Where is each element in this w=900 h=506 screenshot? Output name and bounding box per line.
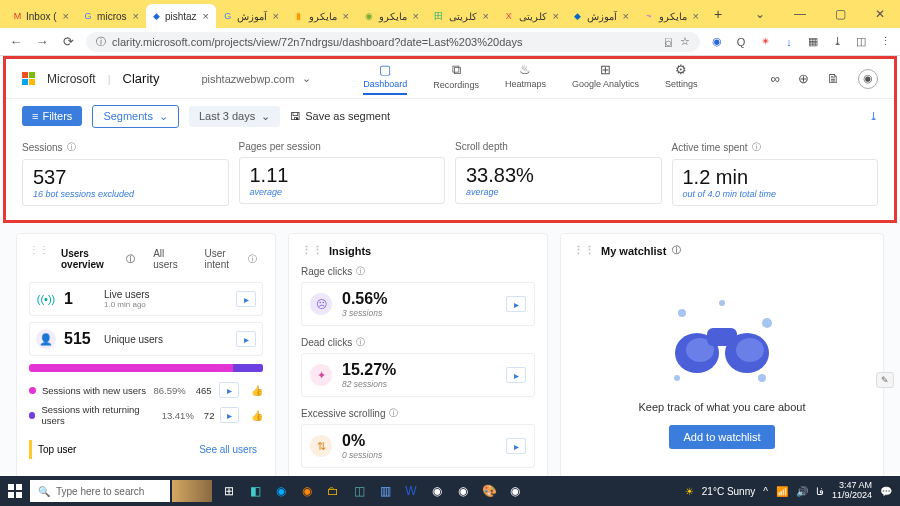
start-button[interactable] [0, 484, 30, 498]
app-icon[interactable]: ◧ [244, 480, 266, 502]
close-window-button[interactable]: ✕ [860, 0, 900, 28]
tab-3[interactable]: Gآموزش× [216, 4, 286, 28]
tab-9[interactable]: ~مایکرو× [636, 4, 706, 28]
weather-icon[interactable]: ☀ [685, 486, 694, 497]
app-icon[interactable]: ◫ [348, 480, 370, 502]
nav-google-analytics[interactable]: ⊞Google Analytics [572, 62, 639, 95]
info-icon[interactable]: ⓘ [356, 336, 365, 349]
info-icon[interactable]: ⓘ [126, 253, 135, 266]
chrome-icon[interactable]: ◉ [504, 480, 526, 502]
ext-icon[interactable]: ↓ [782, 35, 796, 49]
close-icon[interactable]: × [553, 10, 559, 22]
close-icon[interactable]: × [133, 10, 139, 22]
download-icon[interactable]: ⤓ [830, 35, 844, 49]
top-user[interactable]: Top userSee all users [29, 440, 263, 459]
chrome-icon[interactable]: ◉ [452, 480, 474, 502]
taskview-icon[interactable]: ⊞ [218, 480, 240, 502]
forward-button[interactable]: → [34, 34, 50, 49]
url-input[interactable]: ⓘclarity.microsoft.com/projects/view/72n… [86, 32, 700, 52]
close-icon[interactable]: × [483, 10, 489, 22]
date-range-button[interactable]: Last 3 days⌄ [189, 106, 280, 127]
avatar[interactable]: ◉ [858, 69, 878, 89]
close-icon[interactable]: × [343, 10, 349, 22]
tab-all-users[interactable]: All users [147, 244, 192, 274]
info-icon[interactable]: ⓘ [389, 407, 398, 420]
camera-icon[interactable]: ▸ [506, 296, 526, 312]
nav-recordings[interactable]: ⧉Recordings [433, 62, 479, 95]
explorer-icon[interactable]: 🗀 [322, 480, 344, 502]
close-icon[interactable]: × [413, 10, 419, 22]
firefox-icon[interactable]: ◉ [296, 480, 318, 502]
ext-icon[interactable]: Q [734, 35, 748, 49]
feedback-button[interactable]: ✎ [876, 372, 894, 388]
segments-button[interactable]: Segments⌄ [92, 105, 179, 128]
camera-icon[interactable]: ▸ [219, 382, 239, 398]
see-all-link[interactable]: See all users [199, 444, 257, 455]
maximize-button[interactable]: ▢ [820, 0, 860, 28]
camera-icon[interactable]: ▸ [506, 438, 526, 454]
nav-dashboard[interactable]: ▢Dashboard [363, 62, 407, 95]
tab-user-intent[interactable]: User intentⓘ [199, 244, 263, 274]
nav-heatmaps[interactable]: ♨Heatmaps [505, 62, 546, 95]
ext-icon[interactable]: ◫ [854, 35, 868, 49]
tab-1[interactable]: Gmicros× [76, 4, 146, 28]
camera-icon[interactable]: ▸ [220, 407, 239, 423]
thumbup-icon[interactable]: 👍 [251, 385, 263, 396]
wifi-icon[interactable]: 📶 [776, 486, 788, 497]
download-icon[interactable]: ⤓ [869, 110, 878, 123]
chrome-icon[interactable]: ◉ [426, 480, 448, 502]
close-icon[interactable]: × [63, 10, 69, 22]
app-icon[interactable]: 🎨 [478, 480, 500, 502]
notifications-icon[interactable]: 💬 [880, 486, 892, 497]
tab-8[interactable]: ◆آموزش× [566, 4, 636, 28]
menu-icon[interactable]: ⋮ [878, 35, 892, 49]
taskbar-search[interactable]: 🔍Type here to search [30, 480, 170, 502]
tab-0[interactable]: MInbox (× [6, 4, 76, 28]
drag-icon[interactable]: ⋮⋮ [301, 244, 323, 257]
volume-icon[interactable]: 🔊 [796, 486, 808, 497]
filters-button[interactable]: ≡Filters [22, 106, 82, 126]
info-icon[interactable]: ⓘ [672, 244, 681, 257]
tab-6[interactable]: 田کلریتی× [426, 4, 496, 28]
word-icon[interactable]: W [400, 480, 422, 502]
chevron-up-icon[interactable]: ^ [763, 486, 768, 497]
info-icon[interactable]: ⓘ [356, 265, 365, 278]
doc-icon[interactable]: 🗎 [827, 71, 840, 86]
close-icon[interactable]: × [693, 10, 699, 22]
tab-4[interactable]: ▮مایکرو× [286, 4, 356, 28]
camera-icon[interactable]: ▸ [236, 291, 256, 307]
save-segment-link[interactable]: 🖫Save as segment [290, 110, 390, 122]
tab-2-active[interactable]: ◆pishtaz× [146, 4, 216, 28]
camera-icon[interactable]: ▸ [506, 367, 526, 383]
weather-text[interactable]: 21°C Sunny [702, 486, 755, 497]
app-icon[interactable]: ▥ [374, 480, 396, 502]
info-icon[interactable]: ⓘ [67, 141, 76, 154]
ext-icon[interactable]: ✴ [758, 35, 772, 49]
language-indicator[interactable]: فا [816, 486, 824, 497]
close-icon[interactable]: × [203, 10, 209, 22]
qr-icon[interactable]: ⌼ [665, 36, 672, 48]
ext-icon[interactable]: ◉ [710, 35, 724, 49]
minimize-button[interactable]: — [780, 0, 820, 28]
clock[interactable]: 3:47 AM11/9/2024 [832, 481, 872, 501]
edge-icon[interactable]: ◉ [270, 480, 292, 502]
info-icon[interactable]: ⓘ [248, 253, 257, 266]
star-icon[interactable]: ☆ [680, 35, 690, 48]
share-icon[interactable]: ∞ [771, 71, 780, 86]
project-selector[interactable]: pishtazwebwp.com⌄ [201, 72, 311, 85]
tab-5[interactable]: ◉مایکرو× [356, 4, 426, 28]
tab-users-overview[interactable]: Users overviewⓘ [55, 244, 141, 274]
thumbup-icon[interactable]: 👍 [251, 410, 263, 421]
ext-icon[interactable]: ▦ [806, 35, 820, 49]
camera-icon[interactable]: ▸ [236, 331, 256, 347]
close-icon[interactable]: × [273, 10, 279, 22]
widget-icon[interactable] [172, 480, 212, 502]
tab-7[interactable]: Xکلریتی× [496, 4, 566, 28]
bell-icon[interactable]: ⊕ [798, 71, 809, 86]
info-icon[interactable]: ⓘ [752, 141, 761, 154]
back-button[interactable]: ← [8, 34, 24, 49]
nav-settings[interactable]: ⚙Settings [665, 62, 698, 95]
chevron-down-icon[interactable]: ⌄ [740, 0, 780, 28]
close-icon[interactable]: × [623, 10, 629, 22]
drag-icon[interactable]: ⋮⋮ [573, 244, 595, 257]
